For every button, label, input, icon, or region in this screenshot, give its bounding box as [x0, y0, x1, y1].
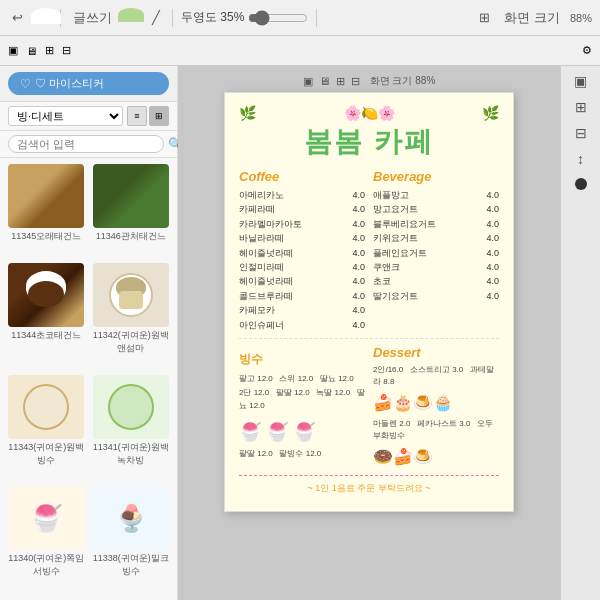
sticker-item[interactable]: 11342(귀여운)원백앤섬마: [91, 263, 172, 371]
beverage-title: Beverage: [373, 169, 499, 184]
cafe-menu-page: 🌿 🌸🍋🌸 🌿 봄봄 카페 Coffee 아메리카노4.0 카페라떼4.0 카라…: [224, 92, 514, 512]
my-sticker-button[interactable]: ♡ ♡ 마이스티커: [8, 72, 169, 95]
category-dropdown[interactable]: 빙·디세트: [8, 106, 123, 126]
menu-item: 인절미라떼4.0: [239, 260, 365, 274]
sticker-item[interactable]: 11343(귀여운)원백빙수: [6, 375, 87, 483]
sticker-label: 11340(귀여운)쪽임서빙수: [6, 552, 87, 578]
zoom-label: 두영도 35%: [181, 9, 244, 26]
doc-icon1[interactable]: ▣: [303, 75, 313, 88]
sidebar-sub-toolbar: 빙·디세트 ≡ ⊞: [0, 102, 177, 131]
search-input[interactable]: [8, 135, 164, 153]
menu-item: 카라멜마카아토4.0: [239, 217, 365, 231]
right-panel: ▣ ⊞ ⊟ ↕: [560, 66, 600, 600]
sticker-thumbnail: [8, 164, 84, 228]
toolbar-right: ⊞ 화면 크기 88%: [475, 7, 592, 29]
sticker-item[interactable]: 11341(귀여운)원백녹차빙: [91, 375, 172, 483]
dessert-title: Dessert: [373, 345, 499, 360]
menu-item: 카페모카4.0: [239, 303, 365, 317]
sticker-item[interactable]: 🍨 11338(귀여운)밀크빙수: [91, 486, 172, 594]
heart-icon: ♡: [20, 77, 31, 91]
menu-item: 플레인요거트4.0: [373, 246, 499, 260]
sticker-grid: 11345오래태건느 11346관처태건느 11344초코태건느: [0, 158, 177, 600]
sticker-label: 11346관처태건느: [96, 230, 166, 243]
ice-items: 팥고 12.0 스위 12.0 딸뇨 12.0 2단 12.0 팥딸 12.0 …: [239, 372, 365, 461]
menu-item: 망고요거트4.0: [373, 202, 499, 216]
coffee-title: Coffee: [239, 169, 365, 184]
coffee-section: Coffee 아메리카노4.0 카페라떼4.0 카라멜마카아토4.0 바닐라라떼…: [239, 169, 365, 332]
right-panel-btn4[interactable]: ↕: [574, 148, 587, 170]
top-toolbar: ↩ ↪ 글쓰기 ▭ ╱ 두영도 35% ⊞ 화면 크기 88%: [0, 0, 600, 36]
menu-item: 아메리카노4.0: [239, 188, 365, 202]
menu-item: 쿠앤크4.0: [373, 260, 499, 274]
right-panel-btn1[interactable]: ▣: [571, 70, 590, 92]
doc-icon3[interactable]: ⊞: [336, 75, 345, 88]
sticker-item[interactable]: 11346관처태건느: [91, 164, 172, 259]
deco-left: 🌿: [239, 105, 256, 121]
ice-images: 🍧 🍧 🍧: [239, 417, 365, 448]
menu-item: 키위요거트4.0: [373, 231, 499, 245]
ice-section: 빙수 팥고 12.0 스위 12.0 딸뇨 12.0 2단 12.0 팥딸 12…: [239, 351, 365, 469]
main-area: ♡ ♡ 마이스티커 빙·디세트 ≡ ⊞ 🔍 11345오래태건느: [0, 66, 600, 600]
sticker-thumbnail: [93, 164, 169, 228]
menu-item: 콜드브루라떼4.0: [239, 289, 365, 303]
search-bar: 🔍: [0, 131, 177, 158]
menu-item: 딸기요거트4.0: [373, 289, 499, 303]
toolbar-separator3: [316, 9, 317, 27]
toolbar2-icon2[interactable]: 🖥: [26, 45, 37, 57]
undo-button[interactable]: ↩: [8, 8, 27, 27]
ice-title: 빙수: [239, 351, 365, 368]
sticker-item[interactable]: 🍧 11340(귀여운)쪽임서빙수: [6, 486, 87, 594]
sidebar-top-bar: ♡ ♡ 마이스티커: [0, 66, 177, 102]
dessert-images2: 🍩🍰🍮: [373, 445, 499, 469]
fullscreen-button[interactable]: 화면 크기: [500, 7, 564, 29]
toolbar2-icon5[interactable]: ⚙: [582, 44, 592, 57]
grid-view-button[interactable]: ⊞: [149, 106, 169, 126]
page-size-label: 화면 크기 88%: [370, 74, 436, 88]
cafe-title: 봄봄 카페: [239, 123, 499, 161]
fit-percent: 88%: [570, 12, 592, 24]
zoom-slider[interactable]: [248, 10, 308, 26]
menu-item: 애플망고4.0: [373, 188, 499, 202]
page-break-line: [239, 475, 499, 476]
ice-dessert-sections: 빙수 팥고 12.0 스위 12.0 딸뇨 12.0 2단 12.0 팥딸 12…: [239, 345, 499, 469]
view-toggle: ≡ ⊞: [127, 106, 169, 126]
menu-item: 헤이즐넛라떼4.0: [239, 274, 365, 288]
doc-icon2[interactable]: 🖥: [319, 75, 330, 87]
sticker-label: 11338(귀여운)밀크빙수: [91, 552, 172, 578]
sticker-item[interactable]: 11344초코태건느: [6, 263, 87, 371]
menu-item: 헤이즐넛라떼4.0: [239, 246, 365, 260]
sticker-label: 11342(귀여운)원백앤섬마: [91, 329, 172, 355]
menu-item: 카페라떼4.0: [239, 202, 365, 216]
zoom-control: 두영도 35%: [181, 9, 308, 26]
menu-item: 블루베리요거트4.0: [373, 217, 499, 231]
right-panel-btn2[interactable]: ⊞: [572, 96, 590, 118]
sticker-item[interactable]: 11345오래태건느: [6, 164, 87, 259]
right-panel-btn3[interactable]: ⊟: [572, 122, 590, 144]
sticker-label: 11341(귀여운)원백녹차빙: [91, 441, 172, 467]
sidebar: ♡ ♡ 마이스티커 빙·디세트 ≡ ⊞ 🔍 11345오래태건느: [0, 66, 178, 600]
deco-right: 🌿: [482, 105, 499, 121]
text-tool-button[interactable]: 글쓰기: [69, 7, 116, 29]
list-view-button[interactable]: ≡: [127, 106, 147, 126]
document-area: ▣ 🖥 ⊞ ⊟ 화면 크기 88% 🌿 🌸🍋🌸 🌿 봄봄 카페 Coffee 아…: [178, 66, 560, 600]
sticker-thumbnail: [93, 375, 169, 439]
deco-center: 🌸🍋🌸: [344, 105, 395, 121]
toolbar2-icon4[interactable]: ⊟: [62, 44, 71, 57]
divider: [239, 338, 499, 339]
doc-icon4[interactable]: ⊟: [351, 75, 360, 88]
dessert-items: 2인/16.0 소스트리고 3.0 과테말라 8.8 🍰🎂🍮🧁 마들렌 2.0 …: [373, 364, 499, 469]
toolbar-separator2: [172, 9, 173, 27]
sticker-thumbnail: 🍨: [93, 486, 169, 550]
toolbar2-icon1[interactable]: ▣: [8, 44, 18, 57]
user-avatar[interactable]: [575, 178, 587, 190]
footer-note: ~ 1인 1음료 주문 부탁드려요 ~: [239, 482, 499, 495]
sticker-thumbnail: 🍧: [8, 486, 84, 550]
ice-row: 팥딸 12.0 팥빙수 12.0: [239, 447, 365, 461]
menu-item: 초코4.0: [373, 274, 499, 288]
line-tool-button[interactable]: ╱: [148, 8, 164, 27]
secondary-toolbar: ▣ 🖥 ⊞ ⊟ ⚙: [0, 36, 600, 66]
beverage-section: Beverage 애플망고4.0 망고요거트4.0 블루베리요거트4.0 키위요…: [373, 169, 499, 332]
menu-sections: Coffee 아메리카노4.0 카페라떼4.0 카라멜마카아토4.0 바닐라라떼…: [239, 169, 499, 332]
fit-screen-button[interactable]: ⊞: [475, 8, 494, 27]
toolbar2-icon3[interactable]: ⊞: [45, 44, 54, 57]
